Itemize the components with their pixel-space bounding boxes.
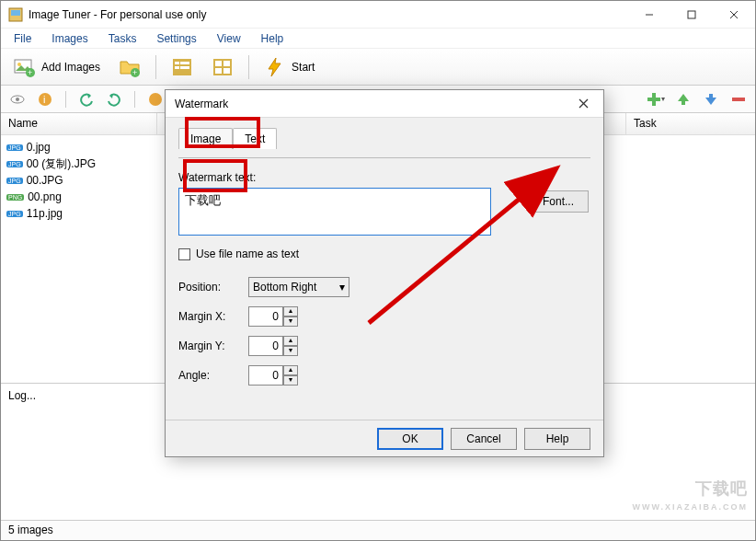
menu-view[interactable]: View [208,30,250,47]
file-name: 11p.jpg [27,207,63,220]
watermark-dialog: Watermark Image Text Watermark text: Fon… [165,89,604,457]
window-title: Image Tuner - For personal use only [29,8,628,21]
minimize-button[interactable] [628,1,670,28]
start-label: Start [292,61,315,74]
list-item[interactable]: PNG00.png [6,189,152,205]
dialog-title: Watermark [175,98,572,110]
add-images-label: Add Images [41,61,100,74]
svg-rect-21 [223,68,230,74]
marginx-input[interactable] [248,306,283,327]
chevron-down-icon: ▾ [339,281,345,294]
spin-up-icon[interactable]: ▲ [283,306,298,317]
svg-point-7 [17,63,21,66]
png-icon: PNG [6,194,24,201]
svg-rect-16 [180,66,189,69]
help-button[interactable]: Help [524,428,590,450]
tab-image[interactable]: Image [178,128,233,149]
list-item[interactable]: JPG0.jpg [6,139,152,155]
menu-images[interactable]: Images [42,30,97,47]
position-select[interactable]: Bottom Right ▾ [248,277,349,297]
svg-rect-14 [180,62,189,64]
marginy-spinner[interactable]: ▲▼ [248,336,349,356]
svg-rect-15 [175,66,179,69]
move-down-icon[interactable] [700,88,722,110]
angle-label: Angle: [178,369,248,382]
svg-rect-29 [732,98,745,101]
add-images-button[interactable]: + Add Images [6,52,108,82]
svg-text:+: + [28,68,32,77]
move-up-icon[interactable] [672,88,694,110]
lightning-icon [264,56,286,78]
view-thumbs-button[interactable] [204,52,241,82]
spin-up-icon[interactable]: ▲ [283,365,298,375]
spin-up-icon[interactable]: ▲ [283,336,298,346]
cancel-button[interactable]: Cancel [451,428,517,450]
col-name[interactable]: Name [1,113,157,134]
view-list-button[interactable] [164,52,200,82]
main-toolbar: + Add Images + Start [1,49,755,86]
jpg-icon: JPG [6,161,23,167]
preview-eye-icon[interactable] [6,88,29,110]
rotate-left-icon[interactable] [75,88,97,110]
jpg-icon: JPG [6,144,23,151]
svg-rect-13 [175,62,179,64]
open-folder-button[interactable]: + [111,52,148,82]
dialog-titlebar: Watermark [166,90,603,118]
svg-rect-18 [215,61,222,66]
menu-help[interactable]: Help [252,30,293,47]
remove-task-icon[interactable] [727,88,750,110]
status-bar: 5 images [1,520,755,540]
maximize-button[interactable] [670,1,713,28]
angle-spinner[interactable]: ▲▼ [248,365,349,386]
watermark-text-label: Watermark text: [178,171,590,184]
svg-point-26 [149,93,162,106]
folder-icon: + [119,56,141,78]
file-name: 00 (复制).JPG [27,156,96,172]
file-name: 00.JPG [27,174,63,187]
dialog-tabs: Image Text [178,127,590,149]
spin-down-icon[interactable]: ▼ [283,346,298,356]
add-task-icon[interactable]: ▾ [645,88,667,110]
list-item[interactable]: JPG00 (复制).JPG [6,155,152,172]
palette-icon[interactable] [144,88,166,110]
dialog-close-button[interactable] [572,93,594,115]
file-name: 00.png [28,190,62,203]
menu-tasks[interactable]: Tasks [99,30,146,47]
menu-file[interactable]: File [5,30,40,47]
svg-rect-28 [647,98,660,101]
start-button[interactable]: Start [257,52,322,82]
marginx-spinner[interactable]: ▲▼ [248,306,349,327]
angle-input[interactable] [248,365,283,386]
titlebar: Image Tuner - For personal use only [1,1,755,29]
svg-text:+: + [132,68,137,77]
list-icon [171,56,193,78]
menu-settings[interactable]: Settings [147,30,205,47]
add-images-icon: + [14,56,36,78]
col-task[interactable]: Task [626,113,755,134]
svg-rect-3 [688,11,695,18]
thumbs-icon [212,56,234,78]
status-text: 5 images [8,524,53,536]
use-filename-checkbox[interactable] [178,248,190,260]
close-button[interactable] [713,1,755,28]
file-name: 0.jpg [27,141,51,154]
marginy-input[interactable] [248,336,283,356]
watermark-text-input[interactable] [178,188,491,236]
list-item[interactable]: JPG11p.jpg [6,205,152,222]
spin-down-icon[interactable]: ▼ [283,317,298,327]
marginx-label: Margin X: [178,310,248,323]
log-label: Log... [8,389,36,402]
spin-down-icon[interactable]: ▼ [283,375,298,386]
font-button[interactable]: Font... [528,190,589,213]
info-icon[interactable]: i [34,88,56,110]
position-label: Position: [178,281,248,294]
site-watermark: 下载吧 WWW.XIAZAIBA.COM [633,479,749,516]
svg-text:i: i [43,94,45,105]
list-item[interactable]: JPG00.JPG [6,172,152,189]
menubar: File Images Tasks Settings View Help [1,29,755,49]
rotate-right-icon[interactable] [103,88,125,110]
ok-button[interactable]: OK [377,428,443,450]
use-filename-label: Use file name as text [196,247,299,260]
jpg-icon: JPG [6,211,23,217]
tab-text[interactable]: Text [233,128,277,149]
